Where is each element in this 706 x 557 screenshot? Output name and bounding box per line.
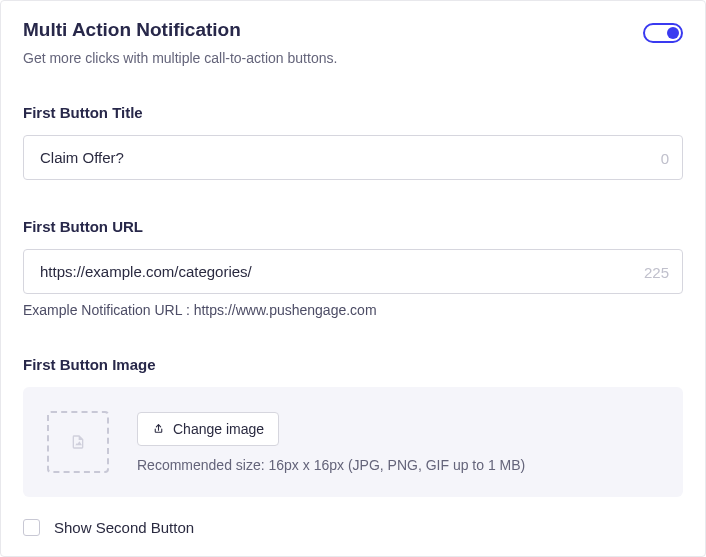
first-button-url-helper: Example Notification URL : https://www.p…: [23, 302, 683, 318]
image-upload-section: Change image Recommended size: 16px x 16…: [23, 387, 683, 497]
show-second-button-checkbox[interactable]: [23, 519, 40, 536]
first-button-url-charcount: 225: [644, 263, 669, 280]
first-button-title-input[interactable]: [23, 135, 683, 180]
change-image-button[interactable]: Change image: [137, 412, 279, 446]
first-button-image-label: First Button Image: [23, 356, 683, 373]
show-second-button-row[interactable]: Show Second Button: [23, 519, 683, 536]
first-button-url-input[interactable]: [23, 249, 683, 294]
image-file-icon: [70, 434, 86, 450]
image-placeholder[interactable]: [47, 411, 109, 473]
first-button-title-charcount: 0: [661, 149, 669, 166]
section-title: Multi Action Notification: [23, 19, 337, 41]
image-recommended-text: Recommended size: 16px x 16px (JPG, PNG,…: [137, 457, 525, 473]
upload-icon: [152, 422, 165, 435]
change-image-label: Change image: [173, 421, 264, 437]
toggle-knob: [667, 27, 679, 39]
show-second-button-label: Show Second Button: [54, 519, 194, 536]
first-button-url-label: First Button URL: [23, 218, 683, 235]
multi-action-toggle[interactable]: [643, 23, 683, 43]
section-subtitle: Get more clicks with multiple call-to-ac…: [23, 50, 337, 66]
first-button-title-label: First Button Title: [23, 104, 683, 121]
